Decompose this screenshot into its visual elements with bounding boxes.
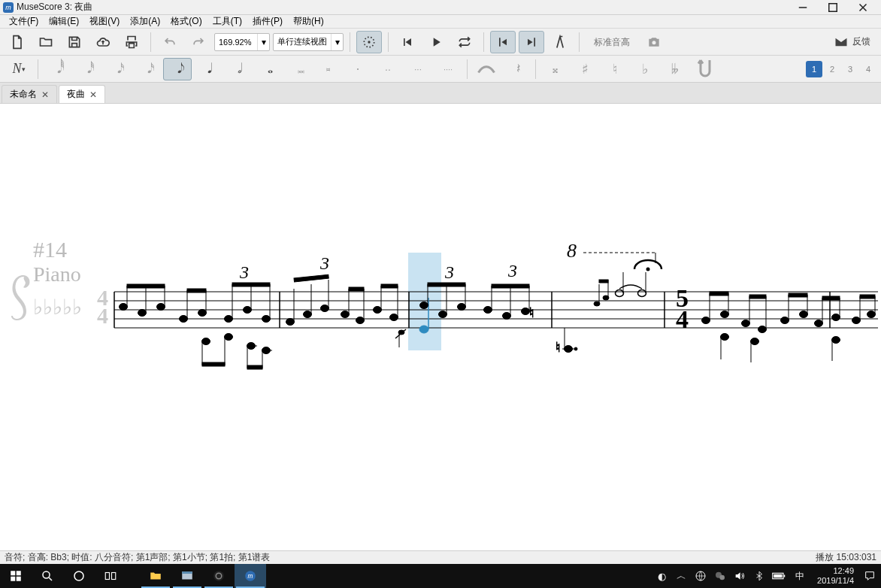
task-view-button[interactable] [95,564,126,588]
minimize-button[interactable] [788,0,818,15]
svg-point-133 [852,317,861,324]
zoom-input[interactable] [215,33,257,51]
cortana-button[interactable] [63,564,95,588]
print-button[interactable] [119,31,144,53]
duration-longa-button[interactable]: 𝆸 [313,58,342,80]
rewind-button[interactable] [395,31,420,53]
concert-pitch-field[interactable] [586,33,638,51]
svg-text:♭♭♭♭♭: ♭♭♭♭♭ [33,296,82,319]
close-tab-icon[interactable]: ✕ [41,89,49,100]
redo-button[interactable] [186,31,211,53]
svg-point-58 [304,311,312,318]
menu-file[interactable]: 文件(F) [5,15,43,28]
note-input-mode-button[interactable]: N▾ [5,58,33,80]
tie-button[interactable] [472,58,501,80]
zoom-combo[interactable]: ▾ [214,33,270,51]
score-canvas[interactable]: #14 Piano ♭♭♭♭♭ 4 4 3 3 3 3 [0,104,881,564]
score-view[interactable]: #14 Piano ♭♭♭♭♭ 4 4 3 3 3 3 [3,239,878,405]
obs-taskbar-icon[interactable] [203,564,235,588]
search-button[interactable] [32,564,63,588]
quad-dot-button[interactable]: ···· [434,58,462,80]
ime-indicator[interactable]: 中 [790,564,810,588]
loop-button[interactable] [452,31,477,53]
feedback-link[interactable]: 反馈 [834,35,876,49]
document-tab[interactable]: 未命名 ✕ [2,85,57,103]
svg-point-144 [74,571,83,580]
double-sharp-button[interactable]: 𝄪 [540,58,569,80]
double-flat-button[interactable]: 𝄫 [661,58,689,80]
dot-button[interactable]: · [344,58,372,80]
close-tab-icon[interactable]: ✕ [89,89,97,100]
svg-point-46 [225,334,233,341]
play-button[interactable] [423,31,449,53]
voice-2-button[interactable]: 2 [824,61,840,77]
count-in-button[interactable] [547,31,573,53]
wechat-tray-icon[interactable] [712,564,728,588]
menu-view[interactable]: 视图(V) [85,15,124,28]
volume-icon[interactable] [731,564,748,588]
status-left: 音符; 音高: Bb3; 时值: 八分音符; 第1声部; 第1小节; 第1拍; … [5,551,270,564]
svg-rect-146 [112,573,116,580]
musescore-taskbar-icon[interactable]: m [235,564,266,588]
loop-out-button[interactable] [519,31,544,53]
menu-edit[interactable]: 编辑(E) [44,15,83,28]
menu-format[interactable]: 格式(O) [166,15,206,28]
document-tab-bar: 未命名 ✕ 夜曲 ✕ [0,83,881,104]
duration-half-button[interactable]: 𝅗𝅥 [223,58,252,80]
menu-tools[interactable]: 工具(T) [208,15,247,28]
battery-icon[interactable] [770,564,787,588]
voice-4-button[interactable]: 4 [860,61,876,77]
menu-help[interactable]: 帮助(H) [289,15,328,28]
sharp-button[interactable]: ♯ [571,58,599,80]
tray-app-icon[interactable]: ◐ [653,564,670,588]
duration-whole-button[interactable]: 𝅝 [253,58,282,80]
natural-button[interactable]: ♮ [601,58,629,80]
menu-plugins[interactable]: 插件(P) [248,15,287,28]
duration-breve-button[interactable]: 𝅜 [283,58,312,80]
svg-point-89 [522,308,530,315]
duration-8th-button[interactable]: 𝅘𝅥𝅮 [163,58,192,80]
svg-point-80 [439,311,447,318]
chevron-down-icon[interactable]: ▾ [257,34,269,50]
duration-64th-button[interactable]: 𝅘𝅥𝅱 [43,58,71,80]
svg-point-112 [721,334,729,341]
duration-16th-button[interactable]: 𝅘𝅥𝅯 [103,58,132,80]
duration-quarter-button[interactable]: 𝅘𝅥 [193,58,222,80]
svg-point-114 [742,320,750,327]
new-file-button[interactable] [5,31,30,53]
duration-32nd-button[interactable]: 𝅘𝅥𝅰 [73,58,101,80]
svg-point-103 [616,290,624,297]
open-file-button[interactable] [33,31,59,53]
voice-1-button[interactable]: 1 [806,61,822,77]
voice-selector: 1 2 3 4 [806,61,876,77]
explorer-taskbar-icon[interactable] [140,564,171,588]
flat-button[interactable]: ♭ [631,58,659,80]
screenshot-button[interactable] [641,31,667,53]
network-icon[interactable] [692,564,709,588]
triple-dot-button[interactable]: ··· [404,58,432,80]
double-dot-button[interactable]: ·· [374,58,402,80]
tray-chevron-up-icon[interactable]: ︿ [673,564,689,588]
loop-in-button[interactable] [490,31,516,53]
action-center-icon[interactable] [861,564,878,588]
menu-add[interactable]: 添加(A) [126,15,165,28]
document-tab[interactable]: 夜曲 ✕ [59,85,105,103]
save-button[interactable] [62,31,87,53]
rest-button[interactable]: 𝄽 [502,58,531,80]
undo-button[interactable] [157,31,183,53]
app-taskbar-icon[interactable] [171,564,203,588]
cloud-save-button[interactable] [90,31,116,53]
flip-button[interactable] [691,58,719,80]
start-button[interactable] [0,564,32,588]
ottava-mark: 8 [567,240,577,262]
chevron-down-icon[interactable]: ▾ [331,34,343,50]
view-mode-combo[interactable]: 单行连续视图 ▾ [273,33,344,51]
metronome-button[interactable] [356,31,382,53]
maximize-button[interactable] [818,0,848,15]
taskbar-clock[interactable]: 12:49 2019/11/4 [813,566,858,586]
close-button[interactable] [848,0,878,15]
voice-3-button[interactable]: 3 [842,61,858,77]
bluetooth-tray-icon[interactable] [751,564,767,588]
duration-16th-dotted-button[interactable]: 𝅘𝅥𝅯 [133,58,162,80]
svg-rect-36 [187,289,206,292]
